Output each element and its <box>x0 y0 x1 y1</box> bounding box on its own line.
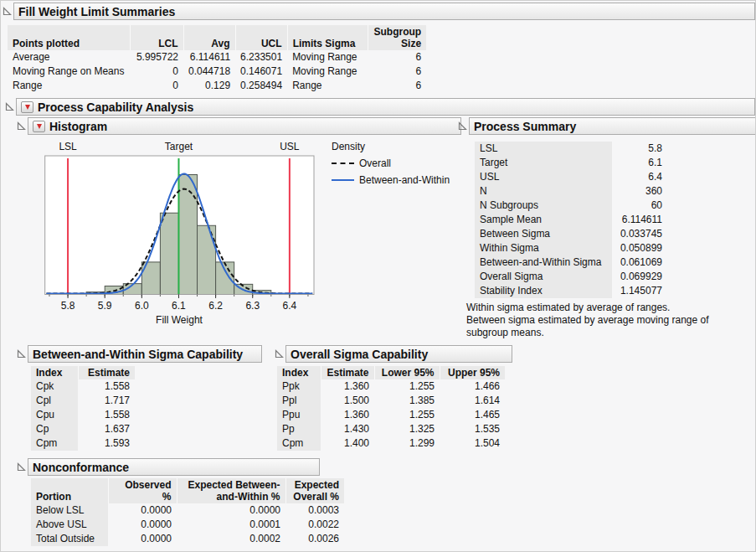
cell: 6 <box>368 79 426 93</box>
cell: Moving Range <box>287 64 368 79</box>
table-row: LSL5.8 <box>475 142 667 156</box>
cell: 1.500 <box>321 394 374 408</box>
cell: 1.145077 <box>612 284 667 298</box>
histogram-bar <box>178 175 197 295</box>
cell: 6 <box>368 50 426 64</box>
column-header: Expected Between-and-Within % <box>177 478 285 503</box>
x-tick-label: 5.9 <box>98 300 112 312</box>
row-label: Ppu <box>277 408 321 422</box>
column-header: Estimate <box>321 366 374 379</box>
legend-label: Between-and-Within <box>359 174 450 186</box>
cell: 0.258494 <box>235 79 287 93</box>
section-nonconformance: Nonconformance <box>17 458 320 476</box>
overall-capability-table: IndexEstimateLower 95%Upper 95%Ppk1.3601… <box>277 366 505 451</box>
cell: 1.299 <box>374 436 440 451</box>
row-label: Cpl <box>31 394 78 408</box>
cell: Average <box>8 50 130 64</box>
section-fill-weight-limit-summaries: Fill Weight Limit Summaries <box>3 3 755 20</box>
x-axis-label: Fill Weight <box>156 314 203 326</box>
row-label: Pp <box>277 422 321 436</box>
red-triangle-menu-button[interactable] <box>21 101 33 113</box>
table-row: Target6.1 <box>475 156 667 170</box>
cell: 1.535 <box>440 422 505 436</box>
row-label: Ppk <box>277 379 321 394</box>
dashed-line-swatch-icon <box>332 163 354 164</box>
disclosure-triangle-icon[interactable] <box>275 349 284 359</box>
column-header: Lower 95% <box>374 366 440 379</box>
table-row: Average5.9957226.1146116.233501Moving Ra… <box>8 50 426 64</box>
cell: 1.400 <box>321 436 374 451</box>
disclosure-triangle-icon[interactable] <box>17 349 26 359</box>
jmp-report-window: Fill Weight Limit Summaries Points plott… <box>0 0 756 552</box>
x-tick-label: 6.4 <box>283 300 297 312</box>
section-header-bar-histogram[interactable]: Histogram <box>28 117 461 135</box>
table-row: Cpm1.4001.2991.504 <box>277 436 505 451</box>
x-tick-label: 6.1 <box>172 300 186 312</box>
disclosure-triangle-icon[interactable] <box>3 7 12 16</box>
column-header: Subgroup Size <box>368 25 426 50</box>
row-label: N <box>475 184 612 199</box>
red-triangle-menu-button[interactable] <box>33 121 45 132</box>
section-header-bar-limit-summaries[interactable]: Fill Weight Limit Summaries <box>13 3 755 20</box>
note-line: Within sigma estimated by average of ran… <box>466 302 743 314</box>
usl-label: USL <box>280 141 300 152</box>
cell: 1.385 <box>374 394 440 408</box>
table-row: N Subgroups60 <box>475 199 667 213</box>
density-legend: Density Overall Between-and-Within <box>332 141 450 186</box>
row-label: Within Sigma <box>475 241 612 255</box>
section-header-bar-nonconformance[interactable]: Nonconformance <box>28 458 320 476</box>
disclosure-triangle-icon[interactable] <box>17 462 26 472</box>
row-label: Above USL <box>31 518 108 532</box>
column-header: Estimate <box>78 366 135 379</box>
red-triangle-icon <box>25 105 30 110</box>
cell: 1.637 <box>78 422 135 436</box>
table-row: Moving Range on Means00.0447180.146071Mo… <box>8 64 426 79</box>
column-header: Expected Overall % <box>285 478 344 503</box>
cell: Moving Range <box>287 50 368 64</box>
section-header-bar-process-summary[interactable]: Process Summary <box>469 117 756 135</box>
cell: 1.558 <box>78 408 135 422</box>
section-title: Histogram <box>49 120 107 133</box>
section-title: Overall Sigma Capability <box>291 348 428 361</box>
cell: 1.255 <box>374 408 440 422</box>
disclosure-triangle-icon[interactable] <box>5 102 14 111</box>
histogram-bar <box>160 213 178 294</box>
cell: 0.0000 <box>177 503 285 518</box>
column-header: Observed % <box>108 478 177 503</box>
cell: 0.0003 <box>285 503 344 518</box>
section-header-bar-process-capability[interactable]: Process Capability Analysis <box>16 98 755 116</box>
section-title: Between-and-Within Sigma Capability <box>33 348 243 361</box>
table-row: Cpm1.593 <box>31 436 135 451</box>
row-label: Below LSL <box>31 503 108 518</box>
legend-item-between-and-within: Between-and-Within <box>332 174 450 186</box>
row-label: Between Sigma <box>475 227 612 241</box>
histogram-plot-area: 5.85.96.06.16.26.36.4Fill WeightLSLTarge… <box>34 138 352 334</box>
row-label: Sample Mean <box>475 213 612 227</box>
lsl-label: LSL <box>59 141 77 152</box>
table-row: Below LSL0.00000.00000.0003 <box>31 503 344 518</box>
cell: 1.504 <box>440 436 505 451</box>
row-label: Stability Index <box>475 284 612 298</box>
cell: 1.360 <box>321 379 374 394</box>
table-row: N360 <box>475 184 667 199</box>
section-header-bar-bw-capability[interactable]: Between-and-Within Sigma Capability <box>28 345 262 363</box>
column-header: UCL <box>235 25 287 50</box>
cell: 6.114611 <box>612 213 667 227</box>
column-header: Limits Sigma <box>287 25 368 50</box>
cell: 0.146071 <box>235 64 287 79</box>
row-label: Cpm <box>31 436 78 451</box>
row-label: Between-and-Within Sigma <box>475 255 612 270</box>
row-label: Cpu <box>31 408 78 422</box>
section-histogram: Histogram <box>17 117 461 135</box>
cell: 0.061069 <box>612 255 667 270</box>
cell: 0 <box>130 79 183 93</box>
x-tick-label: 6.2 <box>208 300 223 312</box>
cell: 0.129 <box>183 79 235 93</box>
cell: 1.325 <box>374 422 440 436</box>
disclosure-triangle-icon[interactable] <box>458 121 467 131</box>
section-header-bar-overall-capability[interactable]: Overall Sigma Capability <box>285 345 512 363</box>
cell: 1.360 <box>321 408 374 422</box>
histogram-bar <box>216 262 234 295</box>
table-row: Above USL0.00000.00010.0022 <box>31 518 344 532</box>
disclosure-triangle-icon[interactable] <box>17 121 26 131</box>
